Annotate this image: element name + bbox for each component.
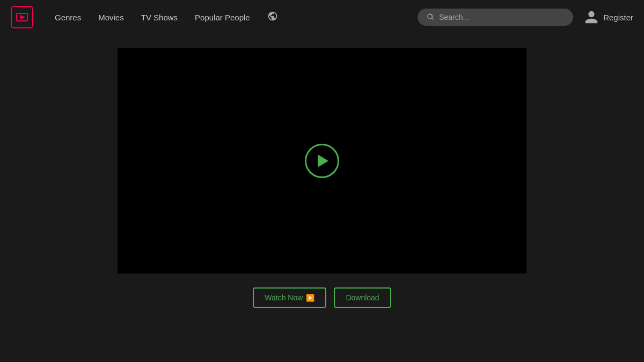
play-button[interactable] <box>305 144 339 178</box>
svg-marker-1 <box>20 15 25 19</box>
watch-now-label: Watch Now <box>265 293 303 302</box>
search-bar[interactable] <box>418 9 573 26</box>
search-icon <box>426 13 435 21</box>
search-input[interactable] <box>439 13 565 21</box>
nav-links: Genres Movies TV Shows Popular People <box>55 11 407 24</box>
nav-item-popular-people[interactable]: Popular People <box>195 13 250 22</box>
download-label: Download <box>346 293 379 302</box>
logo-icon <box>11 6 33 28</box>
play-triangle-icon <box>318 154 328 167</box>
language-icon[interactable] <box>267 11 278 24</box>
main-content: Watch Now ▶️ Download <box>0 34 644 308</box>
action-buttons: Watch Now ▶️ Download <box>253 287 391 308</box>
watch-now-icon: ▶️ <box>306 294 314 302</box>
account-icon <box>584 10 599 25</box>
play-logo-svg <box>16 12 28 22</box>
watch-now-button[interactable]: Watch Now ▶️ <box>253 287 326 308</box>
nav-item-movies[interactable]: Movies <box>98 13 124 22</box>
navbar: Genres Movies TV Shows Popular People Re… <box>0 0 644 34</box>
logo[interactable] <box>11 6 33 28</box>
register-area[interactable]: Register <box>584 10 633 25</box>
nav-item-genres[interactable]: Genres <box>55 13 81 22</box>
register-label: Register <box>603 13 633 22</box>
download-button[interactable]: Download <box>334 287 391 308</box>
nav-item-tv-shows[interactable]: TV Shows <box>141 13 178 22</box>
video-player[interactable] <box>118 48 526 274</box>
